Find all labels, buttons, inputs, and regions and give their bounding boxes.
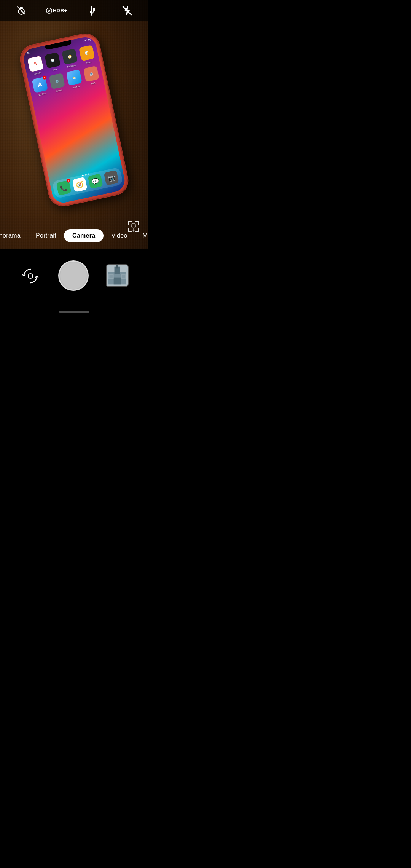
app-label-appstore: App Store (38, 92, 46, 96)
mode-camera[interactable]: Camera (64, 229, 104, 242)
dock-phone-badge: 2 (66, 179, 71, 183)
mode-portrait[interactable]: Portrait (28, 229, 64, 242)
gallery-thumbnail-image (107, 265, 128, 286)
shutter-inner (60, 262, 87, 289)
svg-rect-15 (116, 265, 118, 268)
app-label-navigation: Navigation (67, 64, 76, 68)
dock-messages: 💬 (88, 174, 103, 189)
app-label-calendar: Calendar (33, 71, 41, 75)
svg-rect-20 (122, 275, 125, 278)
mode-video[interactable]: Video (104, 229, 135, 242)
app-badge-appstore: 6 (42, 75, 47, 80)
home-indicator (59, 311, 89, 313)
app-appstore: A 6 (32, 77, 48, 93)
phone-dock: 📞 2 🧭 💬 📷 (52, 167, 123, 199)
flip-camera-button[interactable] (20, 265, 41, 286)
camera-top-bar: HDR+ (0, 0, 148, 21)
dock-phone: 📞 (56, 180, 72, 195)
app-weather: ⛅ (66, 69, 82, 86)
app-label-weather: Weather (72, 85, 80, 89)
app-notes: 📝 (79, 45, 95, 61)
mode-panorama[interactable]: Panorama (0, 229, 28, 242)
app-label-clock: Clock (52, 68, 57, 71)
app-label-notes: Notes (86, 61, 91, 64)
app-bofa: 🏦 (83, 66, 99, 82)
dock-safari: 🧭 (72, 177, 87, 192)
flash-off-button[interactable] (118, 2, 137, 19)
phone-signal: ▪▪▪ LTE ▪ (83, 38, 93, 42)
app-clock: 🕐 (45, 52, 61, 69)
hdr-button[interactable]: HDR+ (47, 2, 66, 19)
gallery-thumbnail-button[interactable] (106, 264, 129, 287)
mode-more[interactable]: More (135, 229, 148, 242)
camera-controls (0, 249, 148, 302)
svg-rect-19 (109, 275, 112, 278)
phone-time: 1:03 (24, 51, 30, 55)
app-label-settings: Settings (56, 89, 63, 93)
dock-camera: 📷 (104, 170, 119, 185)
exposure-button[interactable] (82, 2, 101, 19)
svg-point-11 (28, 274, 33, 278)
mode-selector: Panorama Portrait Camera Video More (0, 226, 148, 245)
app-settings: ⚙️ (49, 73, 65, 89)
bottom-safe-area (0, 302, 148, 321)
shutter-button[interactable] (58, 260, 89, 291)
app-navigation: 🧭 (62, 48, 78, 65)
app-calendar: 5 (27, 56, 44, 72)
hdr-label: HDR+ (53, 8, 67, 13)
app-label-bofa: BofA (91, 81, 96, 85)
svg-rect-16 (113, 278, 121, 285)
timer-off-button[interactable] (12, 2, 31, 19)
